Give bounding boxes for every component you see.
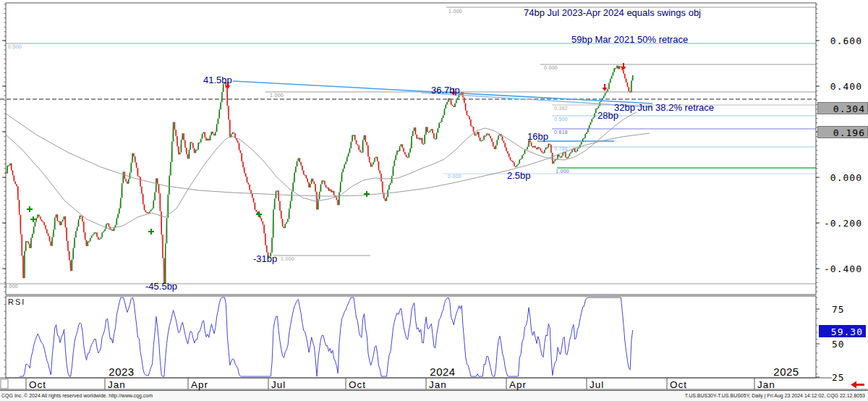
candle-down <box>465 103 467 110</box>
candle-down <box>127 182 128 184</box>
buy-plus-marker[interactable] <box>27 206 33 212</box>
candle-up <box>446 105 447 109</box>
candle-down <box>253 198 255 203</box>
candle-up <box>616 66 618 69</box>
candle-down <box>380 174 382 182</box>
candle-down <box>540 148 542 151</box>
candle-down <box>454 106 455 107</box>
candle-up <box>221 92 223 102</box>
candle-down <box>51 242 52 246</box>
candle-up <box>401 144 402 146</box>
candle-up <box>202 134 203 139</box>
candle-up <box>348 153 349 156</box>
candle-up <box>91 235 93 237</box>
candle-up <box>203 132 205 134</box>
candle-down <box>176 130 177 136</box>
candle-up <box>486 134 488 136</box>
ann-28bp[interactable]: 28bp <box>597 110 618 121</box>
rsi-last-value-badge: 59.30 <box>819 325 866 337</box>
candle-down <box>157 178 158 184</box>
candle-down <box>49 236 51 242</box>
time-axis-month-label: Jul <box>590 379 604 390</box>
candle-down <box>96 232 98 237</box>
ann-2-5bp[interactable]: 2.5bp <box>507 170 531 181</box>
candle-up <box>585 134 587 138</box>
candle-down <box>16 184 17 186</box>
candle-down <box>507 151 509 153</box>
candle-down <box>148 212 149 213</box>
candle-up <box>343 169 344 172</box>
ann-32bp-retrace[interactable]: 32bp Jun 38.2% retrace <box>614 102 714 113</box>
candle-down <box>531 143 532 146</box>
ann-16bp[interactable]: 16bp <box>527 131 548 142</box>
candle-down <box>623 70 624 74</box>
ann-59bp-retrace[interactable]: 59bp Mar 2021 50% retrace <box>571 34 688 45</box>
candle-down <box>160 193 161 211</box>
candle-up <box>519 159 521 164</box>
candle-up <box>446 102 448 105</box>
candle-down <box>46 229 48 234</box>
ann-36-7bp[interactable]: 36.7bp <box>431 85 460 96</box>
candle-down <box>22 235 23 256</box>
candle-down <box>624 74 626 79</box>
buy-plus-marker[interactable] <box>364 191 370 197</box>
candle-up <box>589 125 590 129</box>
candle-up <box>273 209 274 237</box>
candle-up <box>537 147 539 149</box>
time-axis-month-label: Jan <box>108 379 126 390</box>
candle-up <box>90 238 91 242</box>
ann-minus-31bp[interactable]: -31bp <box>253 253 277 264</box>
candle-down <box>377 157 378 161</box>
candle-up <box>425 127 427 135</box>
candle-down <box>558 155 560 157</box>
candle-down <box>59 221 60 221</box>
candle-down <box>265 233 266 245</box>
ann-minus-45-5bp[interactable]: -45.5bp <box>145 281 177 292</box>
cqg-chart-window: 74bp Jul 2023-Apr 2024 equals swings obj… <box>0 0 868 401</box>
candle-down <box>30 244 31 248</box>
candle-up <box>606 91 608 93</box>
candle-down <box>470 119 472 126</box>
candle-up <box>88 242 89 246</box>
candle-down <box>229 119 231 137</box>
candle-down <box>244 167 245 173</box>
candle-down <box>417 135 418 139</box>
candle-up <box>571 152 572 153</box>
ann-74bp-objective[interactable]: 74bp Jul 2023-Apr 2024 equals swings obj <box>524 7 701 18</box>
candle-up <box>32 234 33 238</box>
go-to-latest-arrow-button[interactable] <box>851 381 864 389</box>
price-axis-label: -0.200 <box>824 218 862 229</box>
candle-up <box>391 176 393 183</box>
candle-up <box>351 142 352 148</box>
candle-up <box>181 140 182 153</box>
chart-canvas[interactable] <box>0 0 868 401</box>
candle-down <box>536 148 537 149</box>
candle-down <box>174 122 176 130</box>
buy-plus-marker[interactable] <box>148 229 154 235</box>
candle-up <box>207 139 208 141</box>
candle-down <box>323 180 324 181</box>
time-axis-month-label: Jul <box>271 379 286 390</box>
candle-down <box>306 175 307 178</box>
candle-up <box>327 187 328 188</box>
highlighted-price-label: 0.196 <box>817 126 868 138</box>
candle-down <box>40 216 41 219</box>
sell-arrow-marker[interactable] <box>602 84 607 91</box>
candle-up <box>578 148 579 148</box>
candle-up <box>390 183 391 185</box>
candle-up <box>417 138 419 138</box>
candle-up <box>195 150 197 153</box>
candle-up <box>107 224 109 224</box>
candle-down <box>509 153 510 157</box>
candle-down <box>552 153 553 164</box>
candle-down <box>385 198 386 201</box>
candle-up <box>568 156 569 158</box>
candle-down <box>65 216 67 227</box>
candle-up <box>388 185 390 190</box>
moving-average-fast[interactable] <box>6 112 637 229</box>
candle-down <box>618 66 619 69</box>
ann-41-5bp[interactable]: 41.5bp <box>203 75 232 85</box>
candle-down <box>187 154 189 159</box>
rsi-axis-label: 75 <box>832 304 845 315</box>
candle-down <box>300 162 302 166</box>
